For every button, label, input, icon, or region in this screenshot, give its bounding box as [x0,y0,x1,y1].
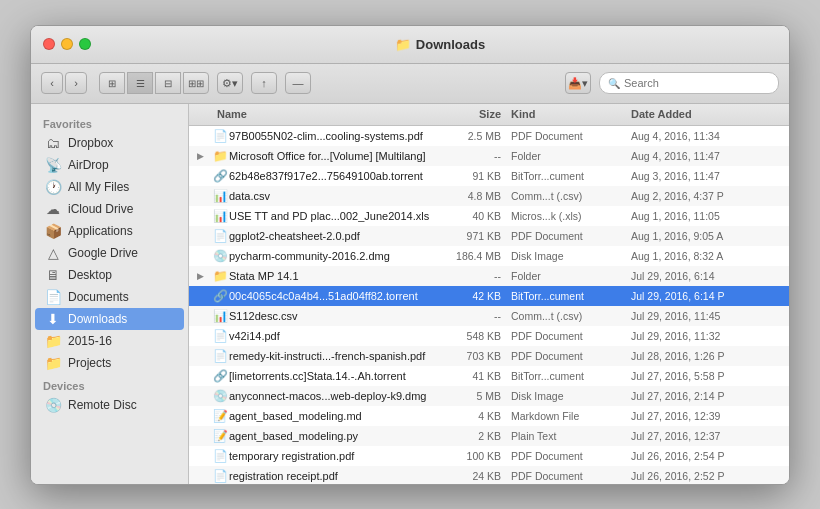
sidebar-label-applications: Applications [68,224,133,238]
sidebar-label-all-my-files: All My Files [68,180,129,194]
file-name-11: remedy-kit-instructi...-french-spanish.p… [229,350,431,362]
table-row[interactable]: ▶ 📁 Stata MP 14.1 -- Folder Jul 29, 2016… [189,266,789,286]
arrange-button[interactable]: ⚙▾ [217,72,243,94]
table-row[interactable]: 📄 ggplot2-cheatsheet-2.0.pdf 971 KB PDF … [189,226,789,246]
sidebar-item-icloud-drive[interactable]: ☁iCloud Drive [35,198,184,220]
file-date-4: Aug 1, 2016, 11:05 [631,210,781,222]
sidebar-item-all-my-files[interactable]: 🕐All My Files [35,176,184,198]
table-row[interactable]: ▶ 📁 Microsoft Office for...[Volume] [Mul… [189,146,789,166]
fullscreen-button[interactable] [79,38,91,50]
dropbox-button[interactable]: 📥▾ [565,72,591,94]
table-row[interactable]: 📄 temporary registration.pdf 100 KB PDF … [189,446,789,466]
file-name-17: registration receipt.pdf [229,470,431,482]
file-size-4: 40 KB [431,210,511,222]
table-row[interactable]: 🔗 62b48e837f917e2...75649100ab.torrent 9… [189,166,789,186]
view-icon-button[interactable]: ⊞ [99,72,125,94]
sidebar-label-2015-16: 2015-16 [68,334,112,348]
file-size-12: 41 KB [431,370,511,382]
forward-button[interactable]: › [65,72,87,94]
column-headers: Name Size Kind Date Added [189,104,789,126]
file-date-0: Aug 4, 2016, 11:34 [631,130,781,142]
col-kind-header: Kind [511,108,631,120]
file-size-14: 4 KB [431,410,511,422]
nav-buttons: ‹ › [41,72,87,94]
file-date-17: Jul 26, 2016, 2:52 P [631,470,781,482]
close-button[interactable] [43,38,55,50]
search-bar[interactable]: 🔍 [599,72,779,94]
file-date-8: Jul 29, 2016, 6:14 P [631,290,781,302]
sidebar-icon-2015-16: 📁 [45,333,61,349]
file-kind-3: Comm...t (.csv) [511,190,631,202]
file-size-2: 91 KB [431,170,511,182]
file-date-1: Aug 4, 2016, 11:47 [631,150,781,162]
file-kind-11: PDF Document [511,350,631,362]
sidebar-item-documents[interactable]: 📄Documents [35,286,184,308]
file-icon-9: 📊 [211,309,229,323]
table-row[interactable]: 📊 USE TT and PD plac...002_June2014.xls … [189,206,789,226]
share-button[interactable]: ↑ [251,72,277,94]
table-row[interactable]: 🔗 [limetorrents.cc]Stata.14.-.Ah.torrent… [189,366,789,386]
view-cover-button[interactable]: ⊞⊞ [183,72,209,94]
file-icon-11: 📄 [211,349,229,363]
sidebar-item-google-drive[interactable]: △Google Drive [35,242,184,264]
file-size-10: 548 KB [431,330,511,342]
sidebar-label-documents: Documents [68,290,129,304]
sidebar-item-projects[interactable]: 📁Projects [35,352,184,374]
table-row[interactable]: 📝 agent_based_modeling.py 2 KB Plain Tex… [189,426,789,446]
table-row[interactable]: 📄 registration receipt.pdf 24 KB PDF Doc… [189,466,789,484]
back-button[interactable]: ‹ [41,72,63,94]
view-list-button[interactable]: ☰ [127,72,153,94]
file-name-13: anyconnect-macos...web-deploy-k9.dmg [229,390,431,402]
table-row[interactable]: 💿 anyconnect-macos...web-deploy-k9.dmg 5… [189,386,789,406]
title-label: Downloads [416,37,485,52]
file-name-15: agent_based_modeling.py [229,430,431,442]
titlebar: 📁 Downloads [31,26,789,64]
edit-tags-button[interactable]: — [285,72,311,94]
view-column-button[interactable]: ⊟ [155,72,181,94]
file-name-2: 62b48e837f917e2...75649100ab.torrent [229,170,431,182]
file-date-14: Jul 27, 2016, 12:39 [631,410,781,422]
file-kind-7: Folder [511,270,631,282]
sidebar-icon-applications: 📦 [45,223,61,239]
file-date-13: Jul 27, 2016, 2:14 P [631,390,781,402]
file-kind-5: PDF Document [511,230,631,242]
file-name-1: Microsoft Office for...[Volume] [Multila… [229,150,431,162]
table-row[interactable]: 📊 data.csv 4.8 MB Comm...t (.csv) Aug 2,… [189,186,789,206]
table-row[interactable]: 📄 v42i14.pdf 548 KB PDF Document Jul 29,… [189,326,789,346]
table-row[interactable]: 📄 remedy-kit-instructi...-french-spanish… [189,346,789,366]
file-name-9: S112desc.csv [229,310,431,322]
sidebar-item-airdrop[interactable]: 📡AirDrop [35,154,184,176]
sidebar-devices: 💿Remote Disc [31,394,188,416]
sidebar-icon-dropbox: 🗂 [45,135,61,151]
table-row[interactable]: 🔗 00c4065c4c0a4b4...51ad04ff82.torrent 4… [189,286,789,306]
file-date-7: Jul 29, 2016, 6:14 [631,270,781,282]
sidebar-item-desktop[interactable]: 🖥Desktop [35,264,184,286]
sidebar-icon-icloud-drive: ☁ [45,201,61,217]
sidebar-device-remote-disc[interactable]: 💿Remote Disc [35,394,184,416]
favorites-label: Favorites [31,112,188,132]
sidebar-icon-all-my-files: 🕐 [45,179,61,195]
table-row[interactable]: 📝 agent_based_modeling.md 4 KB Markdown … [189,406,789,426]
file-icon-16: 📄 [211,449,229,463]
sidebar-item-dropbox[interactable]: 🗂Dropbox [35,132,184,154]
file-kind-15: Plain Text [511,430,631,442]
minimize-button[interactable] [61,38,73,50]
sidebar-icon-desktop: 🖥 [45,267,61,283]
file-name-8: 00c4065c4c0a4b4...51ad04ff82.torrent [229,290,431,302]
search-input[interactable] [624,77,770,89]
file-kind-0: PDF Document [511,130,631,142]
file-size-9: -- [431,310,511,322]
sidebar-item-applications[interactable]: 📦Applications [35,220,184,242]
view-buttons: ⊞ ☰ ⊟ ⊞⊞ [99,72,209,94]
table-row[interactable]: 📊 S112desc.csv -- Comm...t (.csv) Jul 29… [189,306,789,326]
table-row[interactable]: 💿 pycharm-community-2016.2.dmg 186.4 MB … [189,246,789,266]
devices-label: Devices [31,374,188,394]
table-row[interactable]: 📄 97B0055N02-clim...cooling-systems.pdf … [189,126,789,146]
sidebar-item-downloads[interactable]: ⬇Downloads [35,308,184,330]
file-icon-2: 🔗 [211,169,229,183]
file-list: 📄 97B0055N02-clim...cooling-systems.pdf … [189,126,789,484]
sidebar-item-2015-16[interactable]: 📁2015-16 [35,330,184,352]
sidebar: Favorites 🗂Dropbox📡AirDrop🕐All My Files☁… [31,104,189,484]
file-name-7: Stata MP 14.1 [229,270,431,282]
sidebar-label-downloads: Downloads [68,312,127,326]
